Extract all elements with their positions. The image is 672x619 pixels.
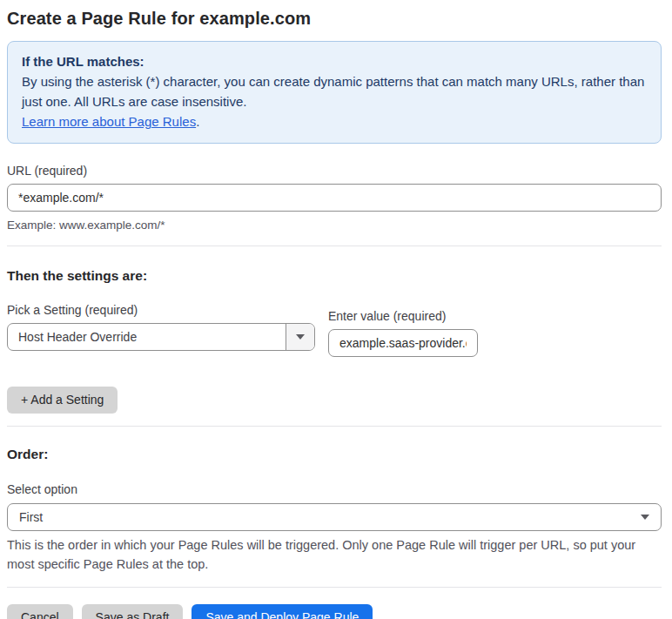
order-helper-text: This is the order in which your Page Rul… xyxy=(7,535,662,574)
setting-value-label: Enter value (required) xyxy=(328,310,478,322)
add-setting-button[interactable]: + Add a Setting xyxy=(7,387,118,414)
info-link-line: Learn more about Page Rules. xyxy=(22,111,647,131)
setting-value-column: Enter value (required) xyxy=(328,310,478,357)
caret-down-icon xyxy=(641,515,649,520)
divider xyxy=(7,246,662,246)
order-select[interactable]: First xyxy=(7,503,662,531)
page-title: Create a Page Rule for example.com xyxy=(7,9,663,29)
setting-picker-column: Pick a Setting (required) Host Header Ov… xyxy=(7,304,315,357)
settings-section-heading: Then the settings are: xyxy=(7,269,663,283)
setting-select[interactable]: Host Header Override xyxy=(7,323,315,351)
setting-select-arrow-button[interactable] xyxy=(286,324,314,350)
form-actions: Cancel Save as Draft Save and Deploy Pag… xyxy=(7,604,663,619)
page-rule-form: Create a Page Rule for example.com If th… xyxy=(0,0,672,619)
learn-more-link[interactable]: Learn more about Page Rules xyxy=(22,114,196,129)
url-field-label: URL (required) xyxy=(7,165,663,177)
url-input[interactable] xyxy=(7,184,662,212)
setting-select-value: Host Header Override xyxy=(8,330,286,344)
setting-value-input[interactable] xyxy=(328,329,478,357)
link-suffix: . xyxy=(196,114,199,129)
url-helper-text: Example: www.example.com/* xyxy=(7,218,663,233)
divider xyxy=(7,426,662,427)
order-section-heading: Order: xyxy=(7,447,663,461)
divider xyxy=(7,587,662,588)
url-match-info-box: If the URL matches: By using the asteris… xyxy=(7,41,662,144)
save-as-draft-button[interactable]: Save as Draft xyxy=(82,604,184,619)
caret-down-icon xyxy=(296,334,305,340)
info-box-body: By using the asterisk (*) character, you… xyxy=(22,71,647,111)
info-box-heading: If the URL matches: xyxy=(22,52,647,71)
order-select-label: Select option xyxy=(7,483,663,495)
settings-row: Pick a Setting (required) Host Header Ov… xyxy=(7,304,663,357)
save-and-deploy-button[interactable]: Save and Deploy Page Rule xyxy=(192,604,373,619)
order-select-value: First xyxy=(19,510,43,524)
setting-picker-label: Pick a Setting (required) xyxy=(7,304,315,316)
cancel-button[interactable]: Cancel xyxy=(7,604,73,619)
